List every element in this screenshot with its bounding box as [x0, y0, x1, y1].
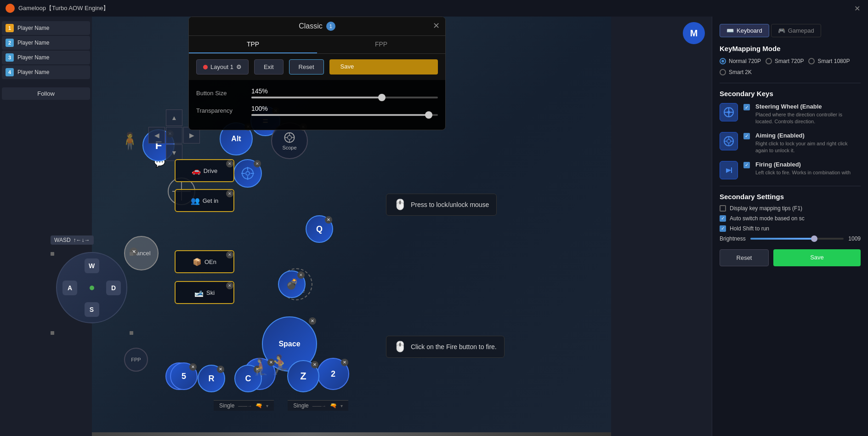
button-size-row: Button Size 145%	[196, 87, 438, 98]
drive-close[interactable]: ✕	[226, 160, 233, 167]
aim-close[interactable]: ✕	[254, 160, 261, 167]
player-item-3[interactable]: 3 Player Name	[2, 51, 90, 64]
player-item-1[interactable]: 1 Player Name	[2, 21, 90, 35]
layout-button[interactable]: Layout 1 ⚙	[196, 59, 249, 75]
save-bottom-btn[interactable]: Save	[773, 249, 861, 266]
space-close[interactable]: ✕	[309, 317, 316, 325]
aiming-desc: Right click to lock your aim and right c…	[755, 140, 861, 155]
wasd-wrapper: ✕ W A S D	[51, 252, 133, 335]
reset-bottom-btn[interactable]: Reset	[720, 249, 769, 266]
resize-bl[interactable]	[51, 331, 54, 335]
transparency-track[interactable]	[251, 114, 438, 116]
resize-tl[interactable]	[51, 252, 54, 256]
smart-1080p-radio[interactable]: Smart 1080P	[808, 58, 850, 64]
r-button[interactable]: R ✕	[198, 365, 225, 392]
grenade-close[interactable]: ✕	[297, 271, 305, 279]
z-button[interactable]: Z ✕	[287, 360, 319, 392]
follow-button[interactable]: Follow	[2, 87, 90, 100]
ski-close[interactable]: ✕	[226, 282, 233, 289]
svg-point-7	[288, 136, 292, 140]
auto-switch-setting[interactable]: Auto switch mode based on sc	[720, 215, 861, 222]
fpp-tab[interactable]: FPP	[317, 36, 445, 53]
brightness-thumb[interactable]	[811, 235, 817, 242]
weapon-selector-2[interactable]: Single ——→ 🔫 ▾	[288, 400, 348, 411]
fpp-button[interactable]: FPP	[124, 348, 148, 372]
smart-1080p-label: Smart 1080P	[817, 58, 850, 64]
bottom-buttons: Reset Save	[720, 249, 861, 266]
grenade-button[interactable]: 💣 ✕	[278, 270, 306, 298]
drive-button[interactable]: 🚗 Drive ✕	[175, 159, 234, 182]
tpp-tab[interactable]: TPP	[189, 36, 317, 53]
aim-button[interactable]: ✕	[233, 159, 262, 188]
modal-close-btn[interactable]: ✕	[433, 21, 440, 31]
num5-label: 5	[182, 372, 186, 381]
secondary-settings-title: Secondary Settings	[720, 193, 861, 201]
dir-left[interactable]: ◀	[148, 127, 165, 143]
key-s[interactable]: S	[85, 302, 99, 317]
r-close[interactable]: ✕	[217, 366, 224, 373]
hold-shift-setting[interactable]: Hold Shift to run	[720, 225, 861, 232]
player-item-2[interactable]: 2 Player Name	[2, 36, 90, 50]
avatar[interactable]: M	[683, 22, 705, 44]
button-size-value: 145%	[251, 87, 438, 95]
aiming-checkbox[interactable]	[743, 133, 750, 139]
keyboard-icon: ⌨️	[726, 27, 734, 34]
firing-checkbox[interactable]	[743, 162, 750, 168]
save-button[interactable]: Save	[329, 59, 438, 75]
drive-label: Drive	[204, 167, 217, 174]
close-button[interactable]: ✕	[851, 3, 862, 14]
brightness-value: 1009	[848, 235, 861, 242]
q-close[interactable]: ✕	[325, 216, 332, 224]
num5-close[interactable]: ✕	[189, 363, 197, 371]
keyboard-tab[interactable]: ⌨️ Keyboard	[720, 24, 769, 37]
dir-down[interactable]: ▼	[166, 144, 182, 161]
smart-720p-radio[interactable]: Smart 720P	[766, 58, 804, 64]
get-in-close[interactable]: ✕	[226, 190, 233, 197]
dir-up[interactable]: ▲	[166, 109, 182, 126]
num2-button[interactable]: 2 ✕	[317, 358, 349, 390]
z-close[interactable]: ✕	[311, 361, 318, 368]
display-tips-setting[interactable]: Display key mapping tips (F1)	[720, 205, 861, 212]
num2-close[interactable]: ✕	[341, 359, 348, 366]
exit-button[interactable]: Exit	[254, 59, 284, 75]
hold-shift-checkbox[interactable]	[720, 225, 726, 232]
smart-720p-radio-circle	[766, 58, 772, 64]
ski-label: Ski	[206, 289, 215, 296]
display-tips-checkbox[interactable]	[720, 205, 726, 212]
num5-button[interactable]: 5 ✕	[170, 362, 198, 390]
layout-label: Layout 1	[210, 63, 233, 70]
reset-button[interactable]: Reset	[289, 59, 324, 75]
steering-wheel-title: Steering Wheel (Enable	[755, 103, 861, 110]
player-item-4[interactable]: 4 Player Name	[2, 65, 90, 79]
mouse-icon: 🖱️	[394, 199, 406, 211]
normal-720p-radio[interactable]: Normal 720P	[720, 58, 761, 64]
auto-switch-checkbox[interactable]	[720, 215, 726, 222]
transparency-slider-container: 100%	[251, 105, 438, 116]
resize-tr[interactable]	[130, 252, 133, 256]
open-close[interactable]: ✕	[226, 251, 233, 258]
get-in-button[interactable]: 👥 Get in ✕	[175, 189, 234, 212]
weapon-selector-1[interactable]: Single ——→ 🔫 ▾	[214, 400, 274, 411]
svg-point-13	[727, 111, 730, 114]
button-size-thumb[interactable]	[378, 94, 386, 101]
ski-button[interactable]: 🎿 Ski ✕	[175, 281, 234, 304]
wasd-arrows: ↑←↓→	[74, 237, 90, 243]
open-button[interactable]: 📦 OEn ✕	[175, 250, 234, 273]
q-button[interactable]: Q ✕	[306, 215, 333, 243]
key-d[interactable]: D	[106, 281, 121, 295]
app-logo	[6, 4, 15, 13]
scope-icon	[283, 131, 296, 144]
gamepad-tab[interactable]: 🎮 Gamepad	[771, 24, 821, 37]
transparency-thumb[interactable]	[425, 111, 432, 119]
key-w[interactable]: W	[85, 258, 99, 273]
brightness-slider[interactable]	[750, 238, 844, 240]
wasd-circle[interactable]: W A S D	[56, 252, 127, 323]
steering-wheel-checkbox[interactable]	[743, 104, 750, 110]
smart-2k-radio[interactable]: Smart 2K	[720, 69, 752, 75]
button-size-track[interactable]	[251, 97, 438, 98]
player-num-2: 2	[6, 39, 14, 47]
smart-2k-label: Smart 2K	[729, 69, 752, 75]
resize-br[interactable]	[130, 331, 133, 335]
modal-mode-badge: 1	[326, 22, 335, 31]
key-a[interactable]: A	[62, 281, 77, 295]
